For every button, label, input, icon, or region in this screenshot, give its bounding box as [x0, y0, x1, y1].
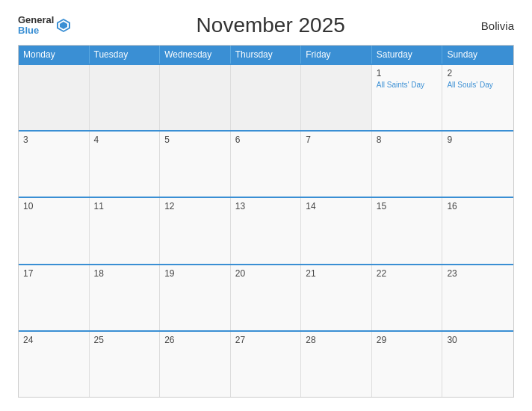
day-number: 13 [235, 201, 297, 211]
day-number: 25 [94, 335, 155, 345]
calendar-cell: 4 [90, 132, 161, 197]
header: General Blue November 2025 Bolivia [18, 13, 514, 37]
day-number: 2 [447, 68, 509, 78]
day-number: 14 [306, 201, 367, 211]
calendar-cell: 12 [160, 198, 231, 263]
calendar-header-friday: Friday [301, 46, 372, 64]
calendar-cell: 27 [231, 332, 302, 397]
day-number: 9 [447, 135, 509, 145]
holiday-label: All Souls' Day [447, 80, 509, 90]
day-number: 18 [94, 268, 155, 279]
calendar-cell: 20 [231, 265, 302, 330]
day-number: 5 [164, 135, 226, 145]
day-number: 28 [306, 335, 367, 345]
logo: General Blue [18, 15, 72, 37]
calendar-cell: 23 [442, 265, 513, 330]
calendar-cell: 8 [372, 132, 443, 197]
logo-flag-icon [55, 17, 72, 34]
calendar-header-saturday: Saturday [372, 46, 443, 64]
day-number: 30 [447, 335, 509, 345]
day-number: 19 [164, 268, 226, 279]
day-number: 3 [23, 135, 84, 145]
calendar-week-4: 17181920212223 [19, 264, 513, 330]
calendar-cell: 9 [442, 132, 513, 197]
day-number: 23 [447, 268, 509, 279]
calendar-body: 1All Saints' Day2All Souls' Day345678910… [19, 64, 513, 397]
day-number: 22 [377, 268, 438, 279]
calendar-header-row: MondayTuesdayWednesdayThursdayFridaySatu… [19, 46, 513, 64]
day-number: 16 [447, 201, 509, 211]
calendar-week-2: 3456789 [19, 130, 513, 197]
calendar-header-thursday: Thursday [231, 46, 302, 64]
calendar-cell: 25 [90, 332, 161, 397]
calendar-cell: 16 [442, 198, 513, 263]
calendar-cell: 17 [19, 265, 90, 330]
day-number: 10 [23, 201, 84, 211]
calendar-cell: 7 [301, 132, 372, 197]
calendar-cell: 5 [160, 132, 231, 197]
calendar-cell: 10 [19, 198, 90, 263]
calendar-header-wednesday: Wednesday [160, 46, 231, 64]
calendar-cell: 21 [301, 265, 372, 330]
day-number: 26 [164, 335, 226, 345]
calendar-header-sunday: Sunday [442, 46, 513, 64]
calendar-cell: 26 [160, 332, 231, 397]
calendar-cell: 30 [442, 332, 513, 397]
calendar-cell [90, 65, 161, 130]
calendar-cell: 3 [19, 132, 90, 197]
calendar-cell: 14 [301, 198, 372, 263]
calendar-header-monday: Monday [19, 46, 90, 64]
calendar-cell [19, 65, 90, 130]
calendar-cell: 11 [90, 198, 161, 263]
calendar-cell: 24 [19, 332, 90, 397]
day-number: 7 [306, 135, 367, 145]
calendar-cell: 19 [160, 265, 231, 330]
day-number: 20 [235, 268, 297, 279]
calendar-cell: 28 [301, 332, 372, 397]
day-number: 24 [23, 335, 84, 345]
calendar-week-1: 1All Saints' Day2All Souls' Day [19, 64, 513, 130]
calendar-week-5: 24252627282930 [19, 330, 513, 397]
calendar-cell: 1All Saints' Day [372, 65, 443, 130]
day-number: 12 [164, 201, 226, 211]
day-number: 4 [94, 135, 155, 145]
day-number: 29 [377, 335, 438, 345]
day-number: 8 [377, 135, 438, 145]
calendar: MondayTuesdayWednesdayThursdayFridaySatu… [18, 45, 514, 398]
calendar-cell: 2All Souls' Day [442, 65, 513, 130]
day-number: 11 [94, 201, 155, 211]
page-title: November 2025 [72, 13, 469, 37]
day-number: 27 [235, 335, 297, 345]
day-number: 21 [306, 268, 367, 279]
calendar-cell: 15 [372, 198, 443, 263]
page: General Blue November 2025 Bolivia Monda… [0, 0, 532, 411]
day-number: 17 [23, 268, 84, 279]
day-number: 1 [377, 68, 438, 78]
calendar-cell: 22 [372, 265, 443, 330]
calendar-header-tuesday: Tuesday [90, 46, 161, 64]
calendar-cell [231, 65, 302, 130]
calendar-cell: 18 [90, 265, 161, 330]
calendar-week-3: 10111213141516 [19, 197, 513, 263]
day-number: 6 [235, 135, 297, 145]
logo-blue-text: Blue [18, 25, 54, 36]
holiday-label: All Saints' Day [377, 80, 438, 90]
calendar-cell [301, 65, 372, 130]
country-label: Bolivia [469, 19, 514, 32]
day-number: 15 [377, 201, 438, 211]
calendar-cell: 29 [372, 332, 443, 397]
calendar-cell: 6 [231, 132, 302, 197]
calendar-cell: 13 [231, 198, 302, 263]
logo-general-text: General [18, 15, 54, 25]
calendar-cell [160, 65, 231, 130]
